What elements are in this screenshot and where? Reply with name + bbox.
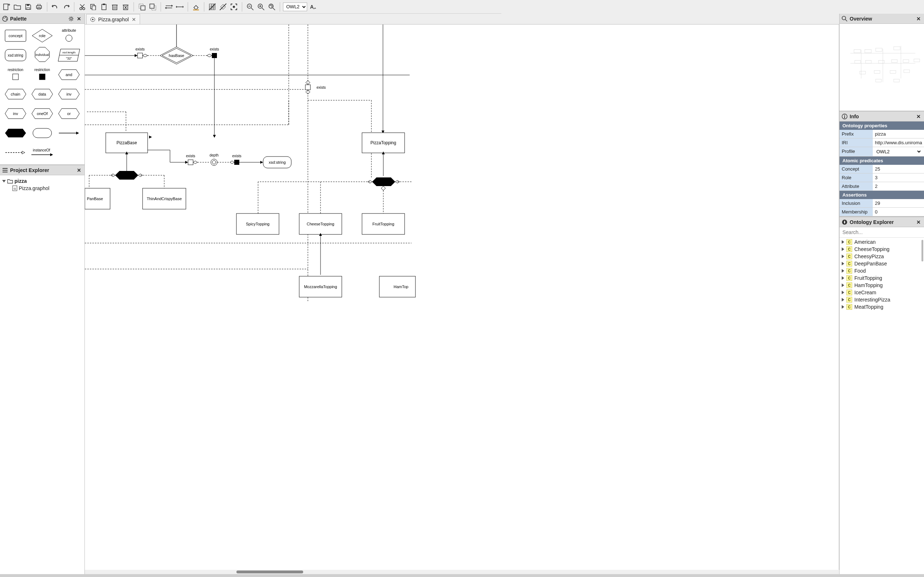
resize-h-icon[interactable] bbox=[175, 2, 185, 12]
svg-text:PizzaBase: PizzaBase bbox=[116, 140, 137, 145]
open-folder-icon[interactable] bbox=[12, 2, 23, 12]
diagram-canvas[interactable]: hasBase exists exists exists PizzaBase bbox=[85, 24, 501, 313]
palette-and[interactable]: and bbox=[57, 66, 81, 83]
svg-text:FruitTopping: FruitTopping bbox=[373, 222, 394, 226]
send-back-icon[interactable] bbox=[148, 2, 158, 12]
palette-or[interactable]: or bbox=[57, 105, 81, 122]
svg-line-52 bbox=[262, 8, 264, 10]
profile-select[interactable]: OWL2 bbox=[283, 3, 307, 11]
new-file-icon[interactable] bbox=[2, 2, 11, 12]
svg-text:individual: individual bbox=[36, 53, 49, 56]
delete-icon[interactable] bbox=[110, 2, 120, 12]
svg-text:and: and bbox=[66, 73, 72, 77]
svg-point-76 bbox=[66, 35, 72, 42]
svg-text:exists: exists bbox=[317, 85, 326, 89]
palette-black-hex[interactable] bbox=[3, 125, 27, 141]
svg-text:A: A bbox=[310, 4, 313, 10]
font-icon[interactable]: A bbox=[308, 2, 318, 12]
close-icon[interactable]: ✕ bbox=[76, 16, 82, 22]
snap-icon[interactable] bbox=[218, 2, 228, 12]
svg-text:exists: exists bbox=[210, 47, 219, 51]
list-icon bbox=[2, 168, 8, 173]
svg-text:MozzarellaTopping: MozzarellaTopping bbox=[304, 285, 337, 289]
svg-marker-111 bbox=[50, 153, 53, 156]
file-icon: G bbox=[12, 185, 17, 191]
svg-text:inv: inv bbox=[66, 92, 72, 96]
svg-point-59 bbox=[3, 17, 5, 18]
svg-text:xsd:string: xsd:string bbox=[8, 53, 23, 57]
paste-icon[interactable] bbox=[99, 2, 109, 12]
svg-text:PanBase: PanBase bbox=[87, 197, 103, 201]
palette-data[interactable]: data bbox=[30, 86, 54, 102]
palette-range-restriction[interactable]: restriction bbox=[30, 66, 54, 83]
expand-icon[interactable] bbox=[2, 180, 6, 182]
svg-rect-30 bbox=[150, 4, 154, 8]
svg-point-55 bbox=[269, 4, 273, 8]
zoom-reset-icon[interactable] bbox=[267, 2, 277, 12]
bring-front-icon[interactable] bbox=[137, 2, 147, 12]
palette-inv[interactable]: inv bbox=[57, 86, 81, 102]
palette-rounded[interactable] bbox=[30, 125, 54, 141]
svg-text:chain: chain bbox=[11, 92, 20, 96]
project-file[interactable]: G Pizza.graphol bbox=[2, 185, 82, 192]
project-root[interactable]: pizza bbox=[2, 177, 82, 185]
palette-concept[interactable]: concept bbox=[3, 27, 27, 44]
undo-icon[interactable] bbox=[50, 2, 60, 12]
svg-point-62 bbox=[70, 18, 72, 20]
zoom-out-icon[interactable] bbox=[245, 2, 255, 12]
palette-restriction[interactable]: restriction bbox=[3, 66, 27, 83]
svg-text:or: or bbox=[67, 111, 71, 116]
palette-inv2[interactable]: inv bbox=[3, 105, 27, 122]
svg-rect-139 bbox=[305, 85, 310, 90]
svg-text:ThinAndCrispyBase: ThinAndCrispyBase bbox=[147, 197, 181, 201]
gear-icon[interactable] bbox=[68, 16, 74, 22]
fill-color-icon[interactable] bbox=[191, 2, 201, 12]
svg-marker-158 bbox=[193, 161, 197, 164]
svg-text:"32": "32" bbox=[66, 56, 72, 60]
svg-marker-169 bbox=[260, 161, 263, 164]
svg-point-118 bbox=[92, 19, 94, 20]
svg-rect-4 bbox=[27, 4, 29, 6]
palette-facet[interactable]: xsd:length"32" bbox=[57, 47, 81, 63]
svg-point-61 bbox=[6, 18, 7, 19]
svg-marker-9 bbox=[68, 5, 69, 8]
palette-valuedomain[interactable]: xsd:string bbox=[3, 47, 27, 63]
palette-chain[interactable]: chain bbox=[3, 86, 27, 102]
svg-rect-15 bbox=[92, 6, 96, 10]
palette-empty bbox=[57, 144, 81, 161]
svg-text:hasBase: hasBase bbox=[169, 53, 184, 58]
svg-marker-121 bbox=[135, 54, 137, 57]
svg-text:HamTop: HamTop bbox=[394, 285, 409, 289]
redo-icon[interactable] bbox=[61, 2, 71, 12]
palette-oneof[interactable]: oneOf bbox=[30, 105, 54, 122]
palette-individual[interactable]: individual bbox=[30, 47, 54, 63]
svg-text:xsd:length: xsd:length bbox=[63, 51, 76, 54]
copy-icon[interactable] bbox=[88, 2, 98, 12]
palette-instanceof[interactable]: instanceOf bbox=[30, 144, 54, 161]
swap-h-icon[interactable] bbox=[164, 2, 174, 12]
palette-title: Palette bbox=[10, 16, 27, 22]
palette-dashed[interactable] bbox=[3, 144, 27, 161]
close-icon[interactable]: ✕ bbox=[76, 167, 82, 174]
zoom-in-icon[interactable] bbox=[256, 2, 266, 12]
palette-role[interactable]: role bbox=[30, 27, 54, 44]
print-icon[interactable] bbox=[34, 2, 44, 12]
center-focus-icon[interactable] bbox=[229, 2, 239, 12]
svg-text:attribute: attribute bbox=[62, 28, 76, 32]
save-icon[interactable] bbox=[23, 2, 33, 12]
svg-rect-17 bbox=[103, 3, 105, 5]
svg-rect-88 bbox=[39, 74, 45, 80]
svg-marker-108 bbox=[22, 151, 25, 154]
palette-arrow[interactable] bbox=[57, 125, 81, 141]
palette-attribute[interactable]: attribute bbox=[57, 27, 81, 44]
svg-marker-129 bbox=[207, 54, 212, 57]
tab-pizza[interactable]: Pizza.graphol ✕ bbox=[86, 14, 140, 24]
svg-line-56 bbox=[273, 8, 275, 10]
svg-text:restriction: restriction bbox=[8, 68, 23, 72]
grid-off-icon[interactable] bbox=[207, 2, 217, 12]
cut-icon[interactable] bbox=[77, 2, 87, 12]
close-icon[interactable]: ✕ bbox=[132, 16, 136, 23]
delete-schedule-icon[interactable] bbox=[121, 2, 131, 12]
svg-marker-123 bbox=[142, 54, 148, 57]
svg-marker-103 bbox=[5, 129, 26, 137]
